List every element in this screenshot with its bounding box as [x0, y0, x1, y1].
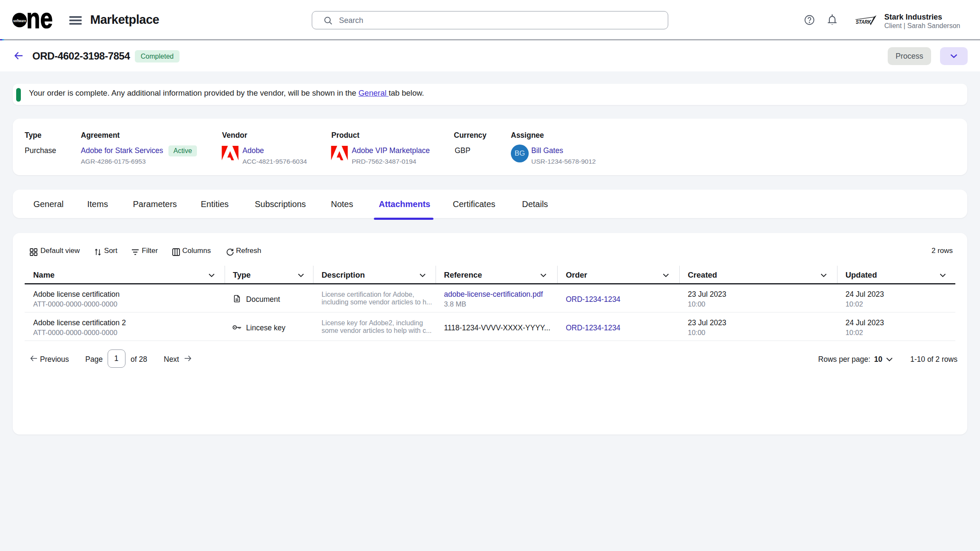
svg-text:ne: ne	[26, 12, 53, 28]
svg-text:STARK: STARK	[856, 19, 872, 25]
svg-text:software: software	[13, 19, 26, 23]
